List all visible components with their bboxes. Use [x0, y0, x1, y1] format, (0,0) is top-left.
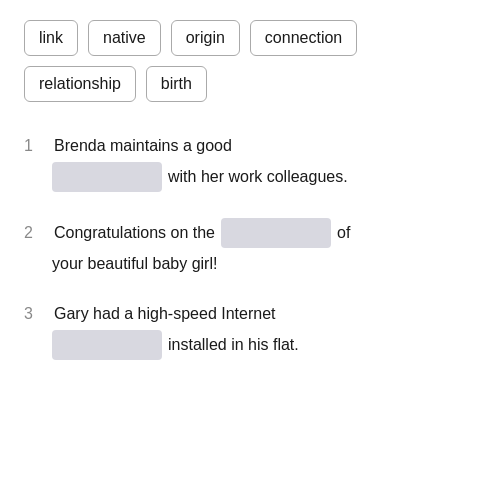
exercise-row-3a: 3 Gary had a high-speed Internet — [24, 302, 476, 326]
exercise-item-2: 2 Congratulations on the of your beautif… — [24, 218, 476, 276]
word-chip-connection[interactable]: connection — [250, 20, 357, 56]
exercise-row-2b: your beautiful baby girl! — [24, 252, 476, 276]
answer-blank-1[interactable] — [52, 162, 162, 192]
word-chip-link[interactable]: link — [24, 20, 78, 56]
exercises-container: 1 Brenda maintains a good with her work … — [24, 134, 476, 360]
exercise-number-2: 2 — [24, 224, 44, 242]
exercise-number-3: 3 — [24, 305, 44, 323]
exercise-text-2b: of — [337, 221, 350, 245]
exercise-row-2a: 2 Congratulations on the of — [24, 218, 476, 248]
word-chip-native[interactable]: native — [88, 20, 161, 56]
exercise-text-1a: Brenda maintains a good — [54, 134, 232, 158]
exercise-item-3: 3 Gary had a high-speed Internet install… — [24, 302, 476, 360]
exercise-row-3b: installed in his flat. — [24, 330, 476, 360]
answer-blank-2[interactable] — [221, 218, 331, 248]
word-chip-origin[interactable]: origin — [171, 20, 240, 56]
exercise-text-2c: your beautiful baby girl! — [52, 252, 217, 276]
answer-blank-3[interactable] — [52, 330, 162, 360]
exercise-text-3a: Gary had a high-speed Internet — [54, 302, 275, 326]
exercise-item-1: 1 Brenda maintains a good with her work … — [24, 134, 476, 192]
exercise-text-3b: installed in his flat. — [168, 333, 299, 357]
exercise-number-1: 1 — [24, 137, 44, 155]
exercise-text-2a: Congratulations on the — [54, 221, 215, 245]
exercise-row-1a: 1 Brenda maintains a good — [24, 134, 476, 158]
exercise-text-1b: with her work colleagues. — [168, 165, 348, 189]
word-options-container: linknativeoriginconnectionrelationshipbi… — [24, 20, 476, 102]
word-chip-relationship[interactable]: relationship — [24, 66, 136, 102]
word-chip-birth[interactable]: birth — [146, 66, 207, 102]
exercise-row-1b: with her work colleagues. — [24, 162, 476, 192]
